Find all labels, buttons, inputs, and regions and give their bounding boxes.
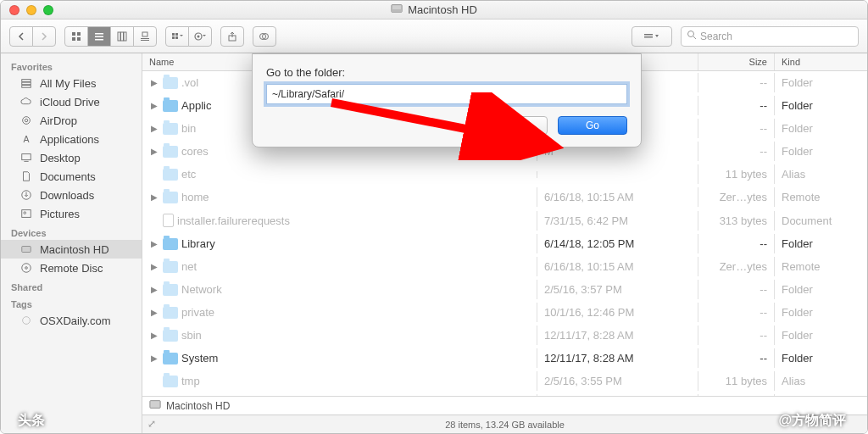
dropdown-button[interactable] [632, 26, 672, 47]
table-row[interactable]: installer.failurerequests7/31/15, 6:42 P… [142, 209, 867, 232]
go-to-folder-dialog: Go to the folder: Cancel Go [252, 53, 642, 147]
file-kind: Alias [774, 164, 867, 184]
table-row[interactable]: ▶private10/1/16, 12:46 PM--Folder [142, 301, 867, 324]
table-row[interactable]: ▶sbin12/11/17, 8:28 AM--Folder [142, 324, 867, 347]
file-name: sbin [181, 329, 202, 342]
svg-rect-24 [644, 34, 653, 36]
file-size: -- [698, 119, 774, 138]
disclosure-triangle[interactable]: ▶ [149, 101, 159, 110]
go-button[interactable]: Go [558, 116, 627, 135]
disclosure-triangle[interactable]: ▶ [149, 308, 159, 317]
file-size: -- [698, 234, 774, 253]
file-name: net [181, 260, 197, 273]
back-button[interactable] [9, 26, 33, 47]
arrange-button[interactable] [165, 26, 189, 47]
svg-rect-17 [172, 36, 175, 39]
disclosure-triangle[interactable]: ▶ [149, 353, 159, 363]
table-row[interactable]: ▶net6/16/18, 10:15 AMZer…ytesRemote [142, 255, 867, 278]
svg-rect-37 [22, 210, 31, 218]
svg-rect-13 [141, 38, 149, 39]
sidebar-item-airdrop[interactable]: AirDrop [1, 111, 142, 130]
folder-icon [163, 100, 178, 112]
sidebar-item-desktop[interactable]: Desktop [1, 148, 142, 167]
sidebar-section-label: Devices [1, 223, 142, 240]
folder-path-input[interactable] [266, 84, 627, 104]
svg-rect-16 [175, 33, 178, 36]
file-icon [163, 214, 174, 227]
path-bar[interactable]: Macintosh HD [142, 396, 867, 415]
resize-handle[interactable]: ⤢ [147, 418, 156, 430]
sidebar-item-osxdaily.com[interactable]: OSXDaily.com [1, 311, 142, 330]
disclosure-triangle[interactable]: ▶ [149, 239, 159, 248]
disclosure-triangle[interactable]: ▶ [149, 192, 159, 202]
file-kind: Document [774, 211, 867, 231]
svg-rect-30 [22, 86, 31, 88]
disclosure-triangle[interactable]: ▶ [149, 331, 159, 340]
svg-point-40 [22, 264, 31, 273]
file-name: Network [181, 283, 222, 296]
file-name: installer.failurerequests [177, 214, 290, 227]
file-size: -- [698, 142, 774, 161]
svg-rect-28 [22, 80, 31, 82]
sidebar-item-all-my-files[interactable]: All My Files [1, 74, 142, 92]
svg-rect-14 [141, 40, 149, 41]
file-kind: Remote [774, 187, 867, 207]
file-name: System [181, 352, 218, 364]
sidebar-item-icloud-drive[interactable]: iCloud Drive [1, 92, 142, 111]
svg-point-32 [25, 119, 28, 122]
table-row[interactable]: ▶home6/16/18, 10:15 AMZer…ytesRemote [142, 186, 867, 209]
column-size[interactable]: Size [698, 53, 774, 70]
cancel-button[interactable]: Cancel [478, 116, 548, 135]
table-row[interactable]: etc11 bytesAlias [142, 163, 867, 186]
file-date: 7/31/15, 6:42 PM [537, 211, 698, 231]
disclosure-triangle[interactable]: ▶ [149, 78, 159, 87]
sidebar-item-pictures[interactable]: Pictures [1, 204, 142, 223]
sidebar-section-label: Shared [1, 277, 142, 294]
coverflow-view-button[interactable] [133, 26, 157, 47]
disclosure-triangle[interactable]: ▶ [149, 285, 159, 294]
desktop-icon [19, 151, 33, 164]
table-row[interactable]: tmp2/5/16, 3:55 PM11 bytesAlias [142, 370, 867, 392]
disclosure-triangle[interactable]: ▶ [149, 147, 159, 156]
disclosure-triangle[interactable]: ▶ [149, 262, 159, 271]
file-kind: Folder [774, 303, 867, 322]
svg-point-31 [23, 117, 31, 125]
action-button[interactable] [188, 26, 212, 47]
file-date: 2/5/16, 3:57 PM [537, 280, 698, 299]
sidebar-item-label: Pictures [40, 208, 80, 220]
file-date: 6/14/18, 12:05 PM [537, 234, 698, 253]
search-field[interactable]: Search [681, 26, 859, 47]
disclosure-triangle[interactable]: ▶ [149, 124, 159, 133]
pictures-icon [19, 207, 33, 220]
sidebar-item-documents[interactable]: Documents [1, 167, 142, 186]
file-name: cores [181, 145, 209, 158]
sidebar-item-label: Downloads [40, 189, 94, 202]
file-kind: Folder [774, 348, 867, 368]
sidebar-item-applications[interactable]: AApplications [1, 130, 142, 148]
folder-icon [163, 307, 178, 319]
table-row[interactable]: ▶Network2/5/16, 3:57 PM--Folder [142, 278, 867, 301]
sidebar-item-macintosh-hd[interactable]: Macintosh HD [1, 240, 142, 259]
downloads-icon [19, 188, 33, 202]
share-button[interactable] [220, 26, 244, 47]
file-name: home [181, 191, 209, 203]
svg-rect-2 [72, 32, 75, 36]
titlebar: Macintosh HD [1, 1, 867, 19]
column-kind[interactable]: Kind [774, 53, 867, 70]
svg-point-42 [23, 317, 31, 325]
folder-icon [163, 77, 178, 89]
sidebar-item-remote-disc[interactable]: Remote Disc [1, 259, 142, 277]
file-date: 2/5/16, 3:55 PM [537, 371, 698, 391]
file-name: private [181, 306, 214, 319]
table-row[interactable]: ▶System12/11/17, 8:28 AM--Folder [142, 347, 867, 370]
list-view-button[interactable] [87, 26, 111, 47]
folder-icon [163, 353, 178, 364]
icon-view-button[interactable] [64, 26, 88, 47]
sidebar-item-downloads[interactable]: Downloads [1, 186, 142, 204]
column-view-button[interactable] [110, 26, 134, 47]
svg-rect-7 [95, 36, 103, 37]
table-row[interactable]: ▶Library6/14/18, 12:05 PM--Folder [142, 232, 867, 255]
folder-icon [163, 261, 178, 273]
forward-button[interactable] [32, 26, 56, 47]
tags-button[interactable] [253, 26, 276, 47]
